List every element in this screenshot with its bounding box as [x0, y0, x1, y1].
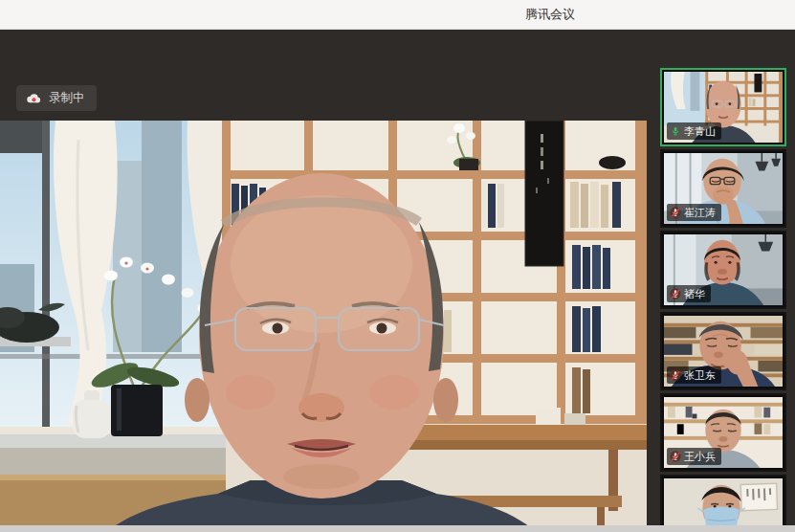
participant-video-1[interactable]: 李青山 [660, 68, 786, 146]
recording-label: 录制中 [49, 90, 85, 106]
recording-badge[interactable]: 录制中 [16, 85, 97, 111]
participant-video-4[interactable]: 张卫东 [660, 312, 786, 390]
hanging-scroll [525, 121, 563, 266]
meeting-stage: 录制中 [0, 30, 795, 532]
mic-muted-icon [670, 207, 681, 218]
main-speaker-video[interactable] [0, 121, 647, 532]
participant-name-badge: 李青山 [667, 122, 721, 140]
participant-name-badge: 张卫东 [667, 366, 721, 384]
participant-name: 王小兵 [684, 450, 716, 464]
participant-name: 张卫东 [684, 368, 716, 383]
participant-name-badge: 崔江涛 [667, 204, 721, 221]
participant-name-badge: 王小兵 [667, 448, 721, 465]
participant-name-badge: 褚华 [667, 285, 711, 302]
mic-muted-icon [670, 369, 681, 381]
mic-on-icon [670, 125, 681, 137]
main-video-scene [0, 121, 647, 532]
app-title: 腾讯会议 [525, 0, 575, 29]
participant-video-5[interactable]: 王小兵 [660, 393, 786, 472]
window-bottom-edge [0, 525, 795, 532]
participant-video-3[interactable]: 褚华 [660, 231, 786, 309]
meeting-window: 腾讯会议 录制中 [0, 0, 795, 532]
cloud-record-icon [25, 92, 42, 105]
participants-sidebar: 李青山 [660, 68, 786, 532]
mic-muted-icon [670, 451, 681, 462]
participant-name: 崔江涛 [684, 206, 716, 220]
participant-name: 李青山 [684, 124, 716, 139]
participant-video-6[interactable]: 梁双杰 [660, 475, 786, 532]
participant-scene-6 [664, 478, 783, 532]
wall-frame [740, 483, 777, 511]
participant-name: 褚华 [684, 287, 705, 301]
titlebar[interactable]: 腾讯会议 [0, 0, 795, 30]
mic-muted-icon [670, 288, 681, 299]
participant-video-2[interactable]: 崔江涛 [660, 149, 786, 228]
